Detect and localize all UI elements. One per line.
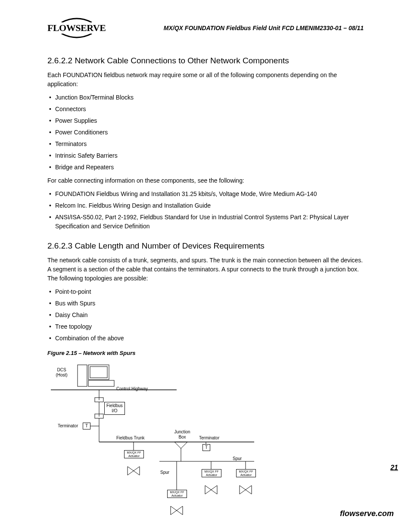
t-box-right: T [202, 444, 210, 451]
page-number: 21 [390, 464, 398, 472]
network-diagram: DCS (Host) Control Highway Fieldbus I/O … [47, 362, 271, 522]
junction-box-label: Junction Box [171, 429, 193, 440]
list-item: Intrinsic Safety Barriers [55, 151, 364, 160]
terminator-left-label: Terminator [58, 423, 78, 429]
list-item: ANSI/ISA-S50.02, Part 2-1992, Fieldbus S… [55, 213, 364, 231]
components-list: Junction Box/Terminal Blocks Connectors … [47, 93, 364, 172]
fieldbus-trunk-label: Fieldbus Trunk [116, 436, 145, 441]
t-box-left: T [83, 423, 90, 429]
topologies-list: Point-to-point Bus with Spurs Daisy Chai… [47, 287, 364, 343]
list-item: Bridge and Repeaters [55, 163, 364, 172]
actuator-box-3: MX/QX FFActuator [236, 469, 256, 477]
document-title: MX/QX FOUNDATION Fieldbus Field Unit FCD… [164, 25, 364, 31]
svg-rect-3 [88, 380, 114, 386]
svg-line-15 [181, 442, 187, 448]
section1-intro: Each FOUNDATION fieldbus network may req… [47, 71, 364, 89]
svg-rect-2 [90, 367, 107, 378]
footer-url: flowserve.com [340, 509, 394, 518]
list-item: Point-to-point [55, 287, 364, 296]
control-highway-label: Control Highway [116, 386, 148, 392]
actuator-box-2: MX/QX FFActuator [202, 469, 221, 477]
list-item: Power Supplies [55, 116, 364, 125]
list-item: Junction Box/Terminal Blocks [55, 93, 364, 102]
actuator-box-4: MX/QX FFActuator [167, 490, 187, 498]
section-heading-2622: 2.6.2.2 Network Cable Connections to Oth… [47, 56, 364, 65]
fieldbus-io-box: Fieldbus I/O [104, 402, 125, 415]
list-item: Daisy Chain [55, 311, 364, 320]
logo-text: FLOWSERVE [47, 22, 106, 33]
list-item: Relcom Inc. Fieldbus Wiring Design and I… [55, 201, 364, 210]
list-item: Tree topology [55, 322, 364, 331]
refs-intro: For cable connecting information on thes… [47, 176, 364, 185]
dcs-label: DCS (Host) [51, 367, 72, 378]
list-item: Terminators [55, 140, 364, 149]
list-item: Combination of the above [55, 334, 364, 343]
logo-arc-bottom-icon [57, 34, 96, 39]
svg-line-14 [174, 442, 181, 448]
spur-label-1: Spur [233, 456, 242, 461]
diagram-lines-icon [47, 362, 271, 522]
list-item: FOUNDATION Fieldbus Wiring and Installat… [55, 190, 364, 199]
flowserve-logo: FLOWSERVE [47, 17, 106, 39]
spur-label-2: Spur [160, 470, 169, 475]
page-header: FLOWSERVE MX/QX FOUNDATION Fieldbus Fiel… [47, 17, 364, 39]
svg-rect-0 [78, 365, 87, 386]
refs-list: FOUNDATION Fieldbus Wiring and Installat… [47, 190, 364, 231]
list-item: Bus with Spurs [55, 299, 364, 308]
section-heading-2623: 2.6.2.3 Cable Length and Number of Devic… [47, 241, 364, 251]
section2-intro: The network cable consists of a trunk, s… [47, 256, 364, 283]
list-item: Power Conditioners [55, 128, 364, 137]
list-item: Connectors [55, 105, 364, 114]
terminator-right-label: Terminator [199, 436, 219, 441]
svg-rect-1 [88, 365, 109, 380]
figure-caption: Figure 2.15 – Network with Spurs [47, 350, 364, 356]
actuator-box-1: MX/QX FFActuator [124, 450, 144, 458]
logo-arc-top-icon [57, 17, 96, 22]
